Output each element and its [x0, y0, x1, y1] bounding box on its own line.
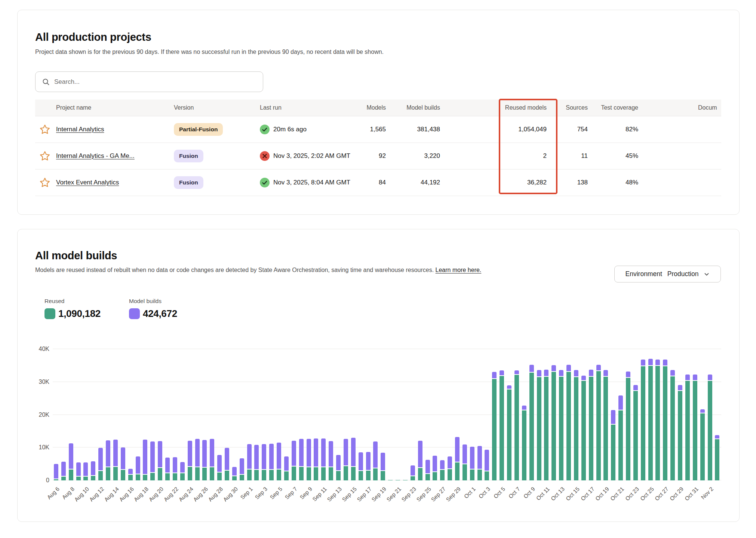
- stacked-bar[interactable]: [641, 360, 645, 480]
- stacked-bar[interactable]: [626, 372, 630, 480]
- stacked-bar[interactable]: [121, 447, 125, 480]
- stacked-bar[interactable]: [225, 448, 229, 480]
- stacked-bar[interactable]: [433, 456, 437, 480]
- stacked-bar[interactable]: [98, 448, 103, 480]
- stacked-bar[interactable]: [455, 437, 460, 480]
- stacked-bar[interactable]: [514, 370, 519, 480]
- stacked-bar[interactable]: [551, 365, 556, 480]
- stacked-bar[interactable]: [329, 441, 333, 480]
- stacked-bar[interactable]: [210, 439, 214, 480]
- stacked-bar[interactable]: [715, 435, 719, 480]
- stacked-bar[interactable]: [76, 462, 81, 480]
- stacked-bar[interactable]: [522, 406, 526, 480]
- stacked-bar[interactable]: [136, 456, 140, 480]
- header-project-name[interactable]: Project name: [55, 104, 172, 111]
- stacked-bar[interactable]: [91, 461, 95, 480]
- stacked-bar[interactable]: [596, 365, 601, 480]
- stacked-bar[interactable]: [670, 370, 675, 480]
- stacked-bar[interactable]: [425, 460, 430, 480]
- stacked-bar[interactable]: [165, 458, 170, 480]
- environment-select[interactable]: Environment Production: [614, 266, 721, 282]
- stacked-bar[interactable]: [581, 376, 586, 480]
- header-model-builds[interactable]: Model builds: [387, 104, 442, 111]
- stacked-bar[interactable]: [307, 439, 311, 480]
- stacked-bar[interactable]: [663, 360, 667, 480]
- stacked-bar[interactable]: [262, 444, 266, 480]
- header-reused-models[interactable]: Reused models: [442, 104, 548, 111]
- stacked-bar[interactable]: [396, 479, 400, 480]
- stacked-bar[interactable]: [106, 440, 110, 480]
- stacked-bar[interactable]: [633, 385, 638, 480]
- header-models[interactable]: Models: [365, 104, 387, 111]
- search-input[interactable]: [54, 78, 256, 86]
- stacked-bar[interactable]: [254, 445, 259, 480]
- stacked-bar[interactable]: [492, 372, 497, 480]
- learn-more-link[interactable]: Learn more here.: [436, 267, 482, 273]
- stacked-bar[interactable]: [693, 375, 697, 480]
- stacked-bar[interactable]: [418, 441, 422, 480]
- stacked-bar[interactable]: [507, 385, 511, 480]
- stacked-bar[interactable]: [618, 395, 623, 480]
- stacked-bar[interactable]: [292, 441, 296, 480]
- header-sources[interactable]: Sources: [548, 104, 589, 111]
- stacked-bar[interactable]: [678, 385, 682, 480]
- stacked-bar[interactable]: [277, 443, 281, 480]
- stacked-bar[interactable]: [411, 465, 415, 480]
- stacked-bar[interactable]: [403, 479, 408, 480]
- favorite-star-icon[interactable]: [39, 124, 50, 135]
- stacked-bar[interactable]: [314, 438, 318, 480]
- project-name-link[interactable]: Internal Analytics - GA Me...: [56, 152, 135, 159]
- favorite-star-icon[interactable]: [39, 177, 50, 188]
- stacked-bar[interactable]: [544, 370, 548, 480]
- stacked-bar[interactable]: [485, 450, 489, 480]
- stacked-bar[interactable]: [299, 439, 304, 480]
- header-version[interactable]: Version: [172, 104, 258, 111]
- stacked-bar[interactable]: [143, 440, 147, 480]
- stacked-bar[interactable]: [351, 438, 356, 480]
- stacked-bar[interactable]: [381, 453, 385, 480]
- header-test-coverage[interactable]: Test coverage: [589, 104, 640, 111]
- search-input-wrapper[interactable]: [35, 71, 263, 92]
- stacked-bar[interactable]: [344, 439, 348, 480]
- header-last-run[interactable]: Last run: [258, 104, 365, 111]
- stacked-bar[interactable]: [113, 440, 118, 480]
- stacked-bar[interactable]: [269, 444, 274, 480]
- stacked-bar[interactable]: [648, 359, 653, 480]
- stacked-bar[interactable]: [566, 365, 571, 480]
- stacked-bar[interactable]: [470, 447, 474, 480]
- stacked-bar[interactable]: [611, 410, 615, 480]
- stacked-bar[interactable]: [217, 455, 222, 480]
- stacked-bar[interactable]: [128, 469, 133, 480]
- stacked-bar[interactable]: [700, 409, 705, 480]
- stacked-bar[interactable]: [180, 462, 185, 480]
- stacked-bar[interactable]: [685, 375, 690, 480]
- stacked-bar[interactable]: [655, 360, 660, 480]
- stacked-bar[interactable]: [462, 444, 467, 481]
- stacked-bar[interactable]: [202, 440, 207, 480]
- stacked-bar[interactable]: [321, 438, 326, 480]
- stacked-bar[interactable]: [158, 441, 162, 480]
- stacked-bar[interactable]: [232, 467, 237, 480]
- stacked-bar[interactable]: [150, 441, 155, 480]
- stacked-bar[interactable]: [188, 441, 192, 480]
- stacked-bar[interactable]: [373, 441, 378, 480]
- stacked-bar[interactable]: [708, 375, 712, 480]
- stacked-bar[interactable]: [589, 370, 593, 480]
- stacked-bar[interactable]: [388, 479, 393, 480]
- stacked-bar[interactable]: [284, 456, 289, 480]
- stacked-bar[interactable]: [173, 457, 177, 480]
- stacked-bar[interactable]: [366, 452, 371, 480]
- stacked-bar[interactable]: [448, 456, 452, 480]
- stacked-bar[interactable]: [603, 370, 608, 480]
- stacked-bar[interactable]: [247, 444, 252, 480]
- stacked-bar[interactable]: [83, 462, 88, 480]
- project-name-link[interactable]: Internal Analytics: [56, 126, 104, 133]
- stacked-bar[interactable]: [559, 370, 563, 480]
- header-documentation[interactable]: Docum: [640, 104, 721, 111]
- stacked-bar[interactable]: [529, 365, 534, 480]
- stacked-bar[interactable]: [69, 443, 73, 480]
- stacked-bar[interactable]: [195, 439, 200, 480]
- stacked-bar[interactable]: [537, 370, 541, 480]
- project-name-link[interactable]: Vortex Event Analytics: [56, 179, 119, 186]
- stacked-bar[interactable]: [61, 462, 66, 480]
